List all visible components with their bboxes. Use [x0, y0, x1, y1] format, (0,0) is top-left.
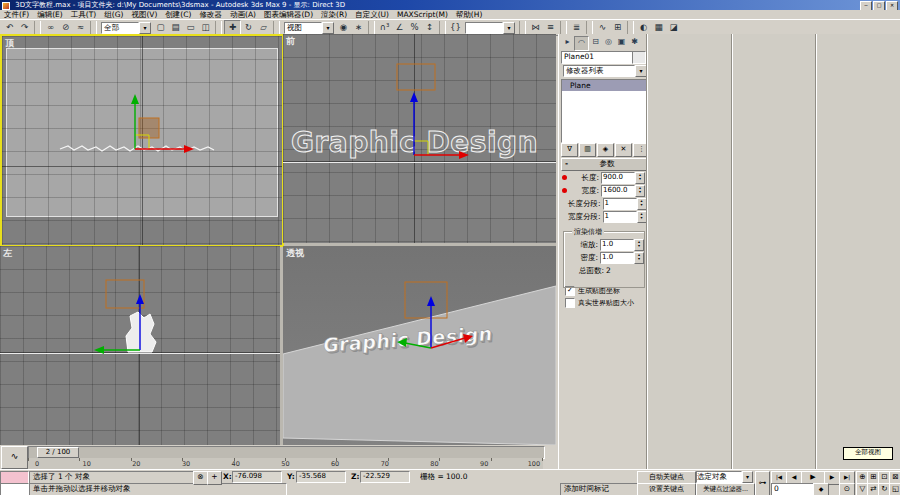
select-and-move-icon[interactable]: ✚	[224, 20, 241, 35]
material-editor-icon[interactable]: ◐	[636, 21, 651, 34]
width-field[interactable]: 1600.0	[601, 185, 635, 197]
viewport-top-label[interactable]: 顶	[5, 37, 14, 50]
utilities-tab-icon[interactable]: ✱	[628, 36, 641, 49]
viewport-left[interactable]: 左	[0, 246, 280, 445]
object-color-swatch[interactable]	[632, 51, 646, 64]
hierarchy-tab-icon[interactable]: ⊟	[589, 36, 602, 49]
bind-to-space-warp-icon[interactable]: ≈	[73, 21, 88, 34]
schematic-view-icon[interactable]: ⊞	[610, 21, 625, 34]
y-coord-field[interactable]: -35.568	[296, 471, 346, 483]
dropdown-arrow-icon[interactable]: ▾	[139, 22, 151, 34]
scale-spinner[interactable]: ▴▾	[634, 239, 644, 251]
set-keys-button[interactable]: ⊶	[755, 471, 770, 495]
viewport-front-label[interactable]: 前	[286, 35, 295, 48]
x-coord-field[interactable]: -76.098	[232, 471, 282, 483]
dropdown-arrow-icon[interactable]: ▾	[742, 471, 753, 483]
select-and-manipulate-icon[interactable]: ∗	[351, 21, 366, 34]
menu-modifiers[interactable]: 修改器	[195, 10, 226, 19]
window-crossing-icon[interactable]: ◫	[198, 21, 213, 34]
maximize-button[interactable]: □	[873, 1, 885, 10]
menu-tools[interactable]: 工具(T)	[67, 10, 100, 19]
select-object-icon[interactable]: ▢	[153, 21, 168, 34]
viewport-perspective-label[interactable]: 透视	[286, 247, 304, 260]
move-gizmo[interactable]	[86, 274, 166, 358]
rollout-collapse-icon[interactable]: -	[565, 159, 568, 168]
show-end-result-icon[interactable]: ▥	[579, 143, 596, 157]
length-spinner[interactable]: ▴▾	[635, 172, 645, 184]
make-unique-icon[interactable]: ◈	[597, 143, 614, 157]
spinner-snap-icon[interactable]: ↕	[422, 21, 437, 34]
menu-create[interactable]: 创建(C)	[161, 10, 195, 19]
object-name-field[interactable]: Plane01	[561, 51, 635, 64]
real-world-map-checkbox[interactable]	[565, 298, 575, 308]
stack-item-plane[interactable]: Plane	[562, 80, 646, 91]
minimize-button[interactable]: ─	[860, 1, 872, 10]
menu-maxscript[interactable]: MAXScript(M)	[393, 10, 452, 19]
align-icon[interactable]: ≡	[543, 21, 558, 34]
key-mode-toggle[interactable]: ◆	[813, 483, 829, 495]
set-key-button[interactable]: 设置关键点	[637, 483, 696, 495]
time-configuration-button[interactable]: ⊙	[839, 483, 855, 495]
viewport-left-label[interactable]: 左	[3, 247, 12, 260]
edit-named-selections-icon[interactable]: {}	[448, 21, 463, 34]
motion-tab-icon[interactable]: ◎	[602, 36, 615, 49]
key-filters-button[interactable]: 关键点过滤器...	[696, 483, 755, 495]
viewport-top[interactable]: 顶	[0, 34, 284, 247]
menu-file[interactable]: 文件(F)	[0, 10, 33, 19]
add-time-tag[interactable]: 添加时间标记	[560, 483, 640, 495]
menu-rendering[interactable]: 渲染(R)	[317, 10, 351, 19]
density-spinner[interactable]: ▴▾	[634, 252, 644, 264]
menu-views[interactable]: 视图(V)	[127, 10, 161, 19]
reference-coordinate-dropdown[interactable]: 视图 ▾	[284, 22, 334, 34]
dropdown-arrow-icon[interactable]: ▾	[322, 22, 334, 34]
z-coord-field[interactable]: -22.529	[360, 471, 410, 483]
angle-snap-icon[interactable]: ∠	[392, 21, 407, 34]
select-by-name-icon[interactable]: ▤	[168, 21, 183, 34]
length-segs-field[interactable]: 1	[603, 198, 637, 210]
move-gizmo[interactable]	[395, 276, 485, 368]
width-segs-field[interactable]: 1	[603, 211, 637, 223]
viewport-front[interactable]: Graphic Design 前	[283, 34, 556, 243]
menu-group[interactable]: 组(G)	[100, 10, 127, 19]
menu-graph-editors[interactable]: 图表编辑器(D)	[260, 10, 317, 19]
current-frame-field[interactable]: 0	[771, 483, 817, 495]
selection-filter-dropdown[interactable]: 全部 ▾	[101, 22, 151, 34]
create-tab-icon[interactable]: ▸	[561, 36, 574, 49]
move-gizmo[interactable]	[383, 60, 473, 164]
select-and-link-icon[interactable]: ∞	[43, 21, 58, 34]
unlink-selection-icon[interactable]: ⊘	[58, 21, 73, 34]
time-slider-handle[interactable]: 2 / 100	[37, 447, 79, 458]
close-button[interactable]: ✕	[886, 1, 898, 10]
lock-selection-toggle[interactable]: ⊗	[193, 471, 208, 485]
viewport-perspective[interactable]: Graphic Design 透视	[283, 246, 556, 445]
menu-animation[interactable]: 动画(A)	[226, 10, 260, 19]
display-tab-icon[interactable]: ▣	[615, 36, 628, 49]
mirror-icon[interactable]: ⋈	[528, 21, 543, 34]
parameters-rollout-header[interactable]: - 参数	[561, 158, 647, 171]
width-spinner[interactable]: ▴▾	[635, 185, 645, 197]
layer-manager-icon[interactable]: ≣	[569, 21, 584, 34]
redo-icon[interactable]: ↷	[17, 21, 32, 34]
use-pivot-center-icon[interactable]: ◉	[336, 21, 351, 34]
quick-render-icon[interactable]: ◪	[666, 21, 681, 34]
menu-customize[interactable]: 自定义(U)	[351, 10, 393, 19]
select-and-rotate-icon[interactable]: ↻	[241, 21, 256, 34]
pin-stack-icon[interactable]: ∇	[561, 143, 578, 157]
scale-field[interactable]: 1.0	[600, 239, 634, 251]
undo-icon[interactable]: ↶	[2, 21, 17, 34]
open-mini-curve-editor-button[interactable]: ∿	[1, 446, 28, 469]
min-max-toggle-button[interactable]: ◱	[889, 483, 900, 495]
percent-snap-icon[interactable]: %	[407, 21, 422, 34]
select-and-scale-icon[interactable]: ▱	[256, 21, 271, 34]
modify-tab-icon[interactable]: ◠	[574, 36, 589, 51]
menu-help[interactable]: 帮助(H)	[452, 10, 487, 19]
snap-toggle-icon[interactable]: ∩³	[377, 21, 392, 34]
dropdown-arrow-icon[interactable]: ▾	[503, 22, 515, 34]
render-setup-icon[interactable]: ▦	[651, 21, 666, 34]
named-selection-dropdown[interactable]: ▾	[465, 22, 515, 34]
rect-selection-region-icon[interactable]: ▭	[183, 21, 198, 34]
curve-editor-icon[interactable]: ∿	[595, 21, 610, 34]
key-filter-dropdown[interactable]: 选定对象 ▾	[696, 471, 753, 483]
menu-edit[interactable]: 编辑(E)	[33, 10, 67, 19]
absolute-offset-toggle[interactable]: +	[207, 471, 222, 485]
